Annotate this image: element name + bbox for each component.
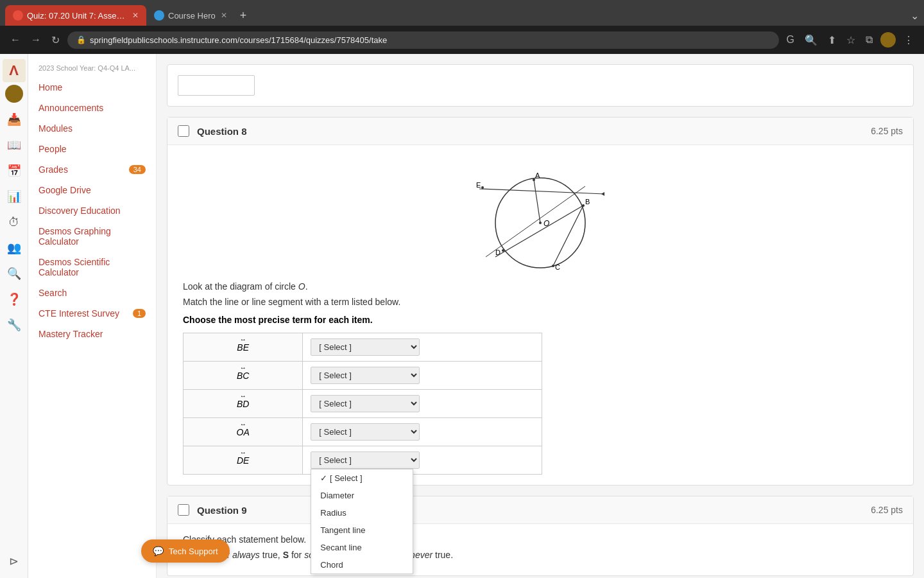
google-account-icon[interactable]: G [784,31,797,48]
question8-checkbox[interactable] [178,125,189,137]
back-button[interactable]: ← [8,31,23,48]
url-text: springfieldpublicschools.instructure.com… [90,35,387,45]
address-bar: ← → ↻ 🔒 springfieldpublicschools.instruc… [0,26,924,54]
table-row: ↔ OA [ Select ] Diameter Radius [184,418,542,446]
top-partial-section [167,64,914,107]
url-hostname: springfieldpublicschools.instructure.com… [90,35,387,45]
tab-coursehero[interactable]: Course Hero ✕ [146,5,235,26]
question8-text3: Choose the most precise term for each it… [183,315,898,325]
svg-point-9 [502,249,504,252]
svg-text:B: B [585,198,590,206]
svg-text:E: E [476,181,481,189]
help-icon[interactable]: ❓ [3,288,26,311]
question9-section: Question 9 6.25 pts Classify each statem… [167,496,914,576]
sidebar-avatar[interactable] [5,85,23,103]
table-row: ↔ BC [ Select ] Diameter Radius [184,362,542,390]
circle-svg: O A B C D [457,155,624,271]
sidebar-item-discovery-education[interactable]: Discovery Education [28,200,156,221]
toolbar-icons: G 🔍 ⬆ ☆ ⧉ ⋮ [784,31,916,49]
select-BD-cell: [ Select ] Diameter Radius Tangent line … [303,390,542,418]
sidebar-item-home[interactable]: Home [28,77,156,98]
new-tab-button[interactable]: + [235,9,252,22]
user-avatar[interactable] [880,32,896,48]
chart-icon[interactable]: 📊 [3,185,26,208]
sidebar-item-grades[interactable]: Grades 34 [28,159,156,180]
table-row: ↔ BD [ Select ] Diameter Radius [184,390,542,418]
logo-icon: Λ [3,59,26,82]
question9-header: Question 9 6.25 pts [167,496,913,524]
sidebar-item-announcements[interactable]: Announcements [28,98,156,118]
tab-quiz[interactable]: Quiz: 07.20 Unit 7: Assessmen... ✕ [5,5,146,26]
reload-button[interactable]: ↻ [49,31,62,49]
select-DE[interactable]: [ Select ] Diameter Radius Tangent line … [311,451,420,469]
cte-badge: 1 [133,309,146,318]
question9-header-left: Question 9 [178,504,247,516]
window-icon[interactable]: ⧉ [863,31,875,48]
sidebar-item-modules[interactable]: Modules [28,118,156,139]
tab-quiz-close[interactable]: ✕ [132,11,139,20]
question9-checkbox[interactable] [178,504,189,516]
question9-text2: Select A for always true, S for sometime… [183,550,898,560]
symbol-BE: ↔ BE [184,333,303,362]
select-BC[interactable]: [ Select ] Diameter Radius Tangent line … [311,367,420,384]
tab-quiz-icon [13,10,23,21]
question9-body: Classify each statement below. Select A … [167,524,913,575]
circle-diagram: O A B C D [183,155,898,271]
dropdown-option-select[interactable]: [ Select ] [311,469,413,487]
svg-line-17 [534,180,540,223]
clock-icon[interactable]: ⏱ [3,211,26,234]
collapse-icon[interactable]: ⊳ [3,550,26,573]
question9-text1: Classify each statement below. [183,534,898,545]
symbol-DE: ↔ DE [184,446,303,475]
sidebar-item-mastery-tracker[interactable]: Mastery Tracker [28,324,156,344]
groups-icon[interactable]: 👥 [3,236,26,259]
menu-icon[interactable]: ⋮ [901,31,916,49]
svg-text:C: C [555,263,560,271]
question8-section: Question 8 6.25 pts O [167,117,914,486]
table-row: ↔ BE [ Select ] Diameter Radius [184,333,542,362]
dropdown-option-radius[interactable]: Radius [311,504,413,521]
forward-button[interactable]: → [28,31,44,48]
question9-pts: 6.25 pts [871,505,903,515]
book-icon[interactable]: 📖 [3,134,26,157]
partial-input[interactable] [178,75,255,96]
search-icon[interactable]: 🔍 [802,31,820,49]
dropdown-option-diameter[interactable]: Diameter [311,487,413,504]
tab-quiz-title: Quiz: 07.20 Unit 7: Assessmen... [27,11,127,21]
sidebar-item-search[interactable]: Search [28,283,156,303]
calendar-icon[interactable]: 📅 [3,159,26,182]
sidebar-item-desmos-graphing[interactable]: Desmos Graphing Calculator [28,221,156,252]
select-OA[interactable]: [ Select ] Diameter Radius Tangent line … [311,423,420,441]
dropdown-option-tangent[interactable]: Tangent line [311,521,413,539]
question8-pts: 6.25 pts [871,126,903,136]
lock-icon: 🔒 [76,35,86,44]
inbox-icon[interactable]: 📥 [3,108,26,131]
share-icon[interactable]: ⬆ [825,31,839,49]
bookmark-icon[interactable]: ☆ [844,31,858,49]
magnify-icon[interactable]: 🔍 [3,262,26,285]
question8-text2: Match the line or line segment with a te… [183,297,898,307]
question8-header-left: Question 8 [178,125,247,137]
url-bar[interactable]: 🔒 springfieldpublicschools.instructure.c… [67,31,779,49]
tech-support-button[interactable]: 💬 Tech Support [141,539,230,563]
tools-icon[interactable]: 🔧 [3,313,26,337]
select-BE-cell: [ Select ] Diameter Radius Tangent line … [303,333,542,362]
sidebar-item-cte[interactable]: CTE Interest Survey 1 [28,303,156,324]
tab-coursehero-close[interactable]: ✕ [221,11,227,20]
sidebar-item-people[interactable]: People [28,139,156,159]
svg-line-13 [479,189,604,194]
svg-line-18 [486,186,585,257]
tab-list-button[interactable]: ⌄ [911,10,919,22]
symbol-OA: ↔ OA [184,418,303,446]
dropdown-option-secant[interactable]: Secant line [311,539,413,556]
svg-point-11 [481,186,484,189]
sidebar-item-desmos-scientific[interactable]: Desmos Scientific Calculator [28,252,156,283]
sidebar-item-google-drive[interactable]: Google Drive [28,180,156,200]
select-BC-cell: [ Select ] Diameter Radius Tangent line … [303,362,542,390]
select-BD[interactable]: [ Select ] Diameter Radius Tangent line … [311,395,420,412]
dropdown-option-chord[interactable]: Chord [311,556,413,574]
select-BE[interactable]: [ Select ] Diameter Radius Tangent line … [311,338,420,356]
main-content: Question 8 6.25 pts O [157,54,924,578]
question8-text1: Look at the diagram of circle O. [183,281,898,292]
question9-title: Question 9 [197,505,247,516]
